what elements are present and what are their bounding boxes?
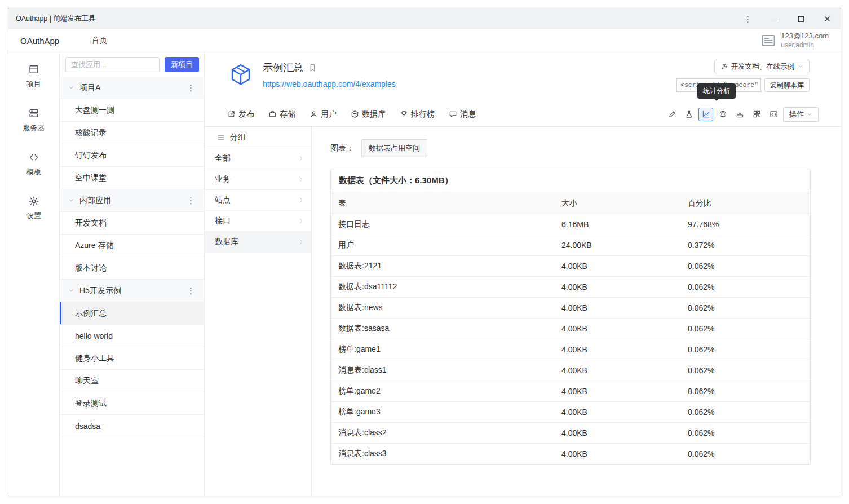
server-icon (28, 108, 39, 119)
project-item[interactable]: 示例汇总 (60, 302, 204, 325)
nav-rail-item-服务器[interactable]: 服务器 (23, 108, 45, 133)
actions-button[interactable]: 操作 (783, 107, 819, 122)
table-cell: 用户 (331, 235, 554, 256)
nav-home[interactable]: 首页 (91, 36, 107, 46)
group-item-业务[interactable]: 业务 (205, 169, 311, 190)
project-item[interactable]: 登录测试 (60, 392, 204, 415)
tab-存储[interactable]: 存储 (268, 109, 295, 120)
project-item[interactable]: hello world (60, 325, 204, 347)
chart-icon-button[interactable] (698, 108, 713, 121)
project-group-header[interactable]: 项目A⋮ (60, 77, 204, 99)
code-icon-button[interactable] (766, 108, 781, 121)
database-icon (351, 110, 359, 118)
project-item[interactable]: 核酸记录 (60, 122, 204, 144)
group-item-接口[interactable]: 接口 (205, 211, 311, 232)
nav-rail-item-模板[interactable]: 模板 (26, 152, 41, 177)
table-cell: 4.00KB (554, 339, 680, 360)
project-item-label: dsadsa (75, 422, 100, 431)
table-cell: 数据表:sasasa (331, 319, 554, 339)
project-item[interactable]: dsadsa (60, 415, 204, 437)
table-cell: 4.00KB (554, 298, 680, 319)
copy-script-button[interactable]: 复制脚本库 (764, 78, 810, 92)
table-cell: 榜单:game1 (331, 339, 554, 360)
project-item[interactable]: 钉钉发布 (60, 144, 204, 167)
tools-icon-button[interactable] (682, 108, 696, 121)
project-item-label: 聊天室 (75, 376, 99, 386)
close-button[interactable]: ✕ (814, 8, 841, 29)
minimize-button[interactable] (761, 8, 788, 29)
table-cell: 0.062% (680, 256, 810, 277)
qrcode-icon-button[interactable] (749, 108, 764, 121)
more-icon[interactable]: ⋮ (185, 83, 197, 93)
more-icon[interactable]: ⋮ (185, 196, 197, 206)
user-block[interactable]: 123@123.com user,admin (761, 32, 829, 50)
project-item-label: hello world (75, 331, 113, 341)
table-cell: 0.062% (680, 277, 810, 298)
column-header: 百分比 (680, 193, 810, 214)
group-item-全部[interactable]: 全部 (205, 148, 311, 169)
maximize-button[interactable] (788, 8, 814, 29)
tab-消息[interactable]: 消息 (449, 109, 476, 120)
app-logo-icon (228, 62, 254, 90)
header-right-actions: 开发文档、在线示例 <script id="appcore" src= 复制脚本… (676, 60, 810, 92)
group-item-站点[interactable]: 站点 (205, 190, 311, 211)
chart-label: 图表： (330, 143, 354, 153)
table-row: 数据表:news4.00KB0.062% (331, 298, 810, 319)
chevron-right-icon (298, 176, 304, 183)
column-header: 表 (331, 193, 554, 214)
window-menu-icon[interactable]: ⋮ (735, 8, 761, 29)
toolbar-icons (665, 108, 781, 121)
tools-icon (685, 110, 693, 118)
tab-发布[interactable]: 发布 (227, 109, 254, 120)
group-item-数据库[interactable]: 数据库 (205, 232, 311, 253)
table-row: 消息表:class24.00KB0.062% (331, 423, 810, 444)
tab-数据库[interactable]: 数据库 (351, 109, 386, 120)
table-cell: 4.00KB (554, 381, 680, 402)
user-roles: user,admin (781, 41, 829, 50)
wrench-icon (720, 63, 728, 70)
tab-用户[interactable]: 用户 (309, 109, 337, 120)
table-row: 消息表:class34.00KB0.062% (331, 444, 810, 465)
project-item[interactable]: Azure 存储 (60, 235, 204, 257)
project-group-header[interactable]: 内部应用⋮ (60, 189, 204, 212)
table-cell: 数据表:news (331, 298, 554, 319)
chevron-right-icon (298, 155, 304, 162)
search-input[interactable] (65, 57, 160, 72)
nav-rail-item-设置[interactable]: 设置 (26, 196, 41, 221)
tab-label: 排行榜 (411, 109, 435, 120)
tab-label: 用户 (321, 109, 337, 120)
chart-option-chip[interactable]: 数据表占用空间 (361, 139, 427, 157)
new-project-button[interactable]: 新项目 (165, 57, 199, 72)
nav-rail-item-项目[interactable]: 项目 (26, 64, 41, 89)
table-row: 榜单:game24.00KB0.062% (331, 381, 810, 402)
globe-icon-button[interactable] (715, 108, 730, 121)
package-icon-button[interactable] (732, 108, 747, 121)
nav-rail: 项目服务器模板设置 (8, 52, 60, 496)
bookmark-icon[interactable] (308, 64, 317, 72)
project-item[interactable]: 聊天室 (60, 370, 204, 392)
project-item-label: 核酸记录 (75, 128, 107, 138)
nav-rail-label: 模板 (26, 167, 41, 177)
group-item-label: 业务 (215, 174, 231, 184)
docs-examples-button[interactable]: 开发文档、在线示例 (714, 60, 810, 73)
column-header: 大小 (554, 193, 680, 214)
project-item[interactable]: 空中课堂 (60, 167, 204, 189)
table-cell: 榜单:game2 (331, 381, 554, 402)
table-cell: 0.062% (680, 319, 810, 339)
chevron-right-icon (298, 197, 304, 204)
table-cell: 0.372% (680, 235, 810, 256)
app-url-link[interactable]: https://web.oauthapp.com/4/examples (263, 79, 396, 89)
chart-icon (702, 110, 710, 118)
edit-icon-button[interactable] (665, 108, 679, 121)
table-cell: 数据表:2121 (331, 256, 554, 277)
project-icon (28, 64, 39, 75)
project-item[interactable]: 版本讨论 (60, 257, 204, 280)
tab-排行榜[interactable]: 排行榜 (400, 109, 435, 120)
group-panel-header: 分组 (205, 127, 311, 148)
project-item[interactable]: 开发文档 (60, 212, 204, 235)
project-item[interactable]: 健身小工具 (60, 347, 204, 370)
template-icon (28, 152, 39, 163)
project-group-header[interactable]: H5开发示例⋮ (60, 280, 204, 302)
project-item[interactable]: 大盘测一测 (60, 99, 204, 122)
more-icon[interactable]: ⋮ (185, 286, 197, 296)
